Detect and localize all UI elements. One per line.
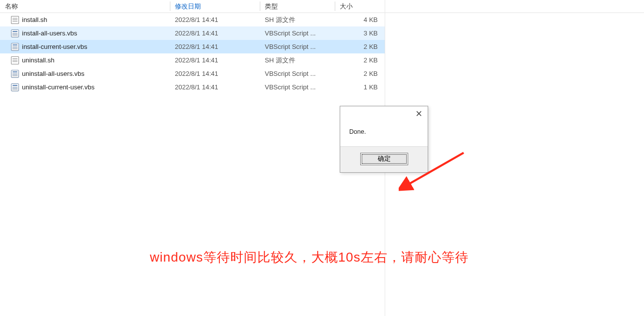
close-icon [416,111,422,116]
file-row[interactable]: uninstall-current-user.vbs2022/8/1 14:41… [0,80,385,94]
shell-script-icon [11,56,19,64]
shell-script-icon [11,16,19,24]
column-size[interactable]: 大小 [335,0,385,12]
column-name-label: 名称 [5,2,18,11]
file-name: uninstall-all-users.vbs [22,70,84,77]
file-type: VBScript Script ... [260,83,335,91]
ok-button[interactable]: 确定 [360,153,408,165]
file-size: 3 KB [335,29,385,37]
column-header: 名称 修改日期 类型 大小 [0,0,644,13]
file-name-cell: install-current-user.vbs [0,43,170,51]
file-row[interactable]: install-all-users.vbs2022/8/1 14:41VBScr… [0,26,385,40]
file-size: 1 KB [335,83,385,91]
column-date-label: 修改日期 [175,2,201,11]
file-name: uninstall.sh [22,56,54,64]
file-list: install.sh2022/8/1 14:41SH 源文件4 KBinstal… [0,13,385,94]
file-name: install-all-users.vbs [22,29,77,37]
column-type-label: 类型 [265,2,278,11]
column-name[interactable]: 名称 [0,0,170,12]
file-row[interactable]: uninstall.sh2022/8/1 14:41SH 源文件2 KB [0,53,385,67]
dialog-titlebar [340,106,428,125]
column-type[interactable]: 类型 [260,0,335,12]
file-row[interactable]: uninstall-all-users.vbs2022/8/1 14:41VBS… [0,67,385,80]
file-type: VBScript Script ... [260,70,335,77]
file-type: VBScript Script ... [260,43,335,50]
file-name-cell: install-all-users.vbs [0,29,170,37]
vbscript-icon [11,29,19,37]
file-name-cell: uninstall.sh [0,56,170,64]
vbscript-icon [11,43,19,51]
file-size: 2 KB [335,56,385,64]
file-size: 2 KB [335,70,385,77]
annotation-caption: windows等待时间比较久，大概10s左右，请耐心等待 [150,249,469,266]
file-type: VBScript Script ... [260,29,335,37]
file-date: 2022/8/1 14:41 [170,83,260,91]
file-name: uninstall-current-user.vbs [22,83,94,91]
file-row[interactable]: install.sh2022/8/1 14:41SH 源文件4 KB [0,13,385,26]
file-date: 2022/8/1 14:41 [170,16,260,23]
file-row[interactable]: install-current-user.vbs2022/8/1 14:41VB… [0,40,385,53]
file-date: 2022/8/1 14:41 [170,29,260,37]
file-date: 2022/8/1 14:41 [170,43,260,50]
file-type: SH 源文件 [260,15,335,24]
vbscript-icon [11,70,19,78]
file-type: SH 源文件 [260,56,335,65]
file-date: 2022/8/1 14:41 [170,70,260,77]
vbscript-icon [11,83,19,91]
dialog-message: Done. [340,125,428,146]
file-date: 2022/8/1 14:41 [170,56,260,64]
file-name: install.sh [22,16,47,23]
message-dialog: Done. 确定 [340,106,428,173]
column-size-label: 大小 [340,2,353,11]
file-name: install-current-user.vbs [22,43,87,50]
dialog-button-row: 确定 [340,146,428,172]
file-name-cell: install.sh [0,16,170,24]
file-name-cell: uninstall-all-users.vbs [0,70,170,78]
file-size: 4 KB [335,16,385,23]
column-date[interactable]: 修改日期 [170,0,260,12]
file-size: 2 KB [335,43,385,50]
file-name-cell: uninstall-current-user.vbs [0,83,170,91]
close-button[interactable] [410,106,428,120]
